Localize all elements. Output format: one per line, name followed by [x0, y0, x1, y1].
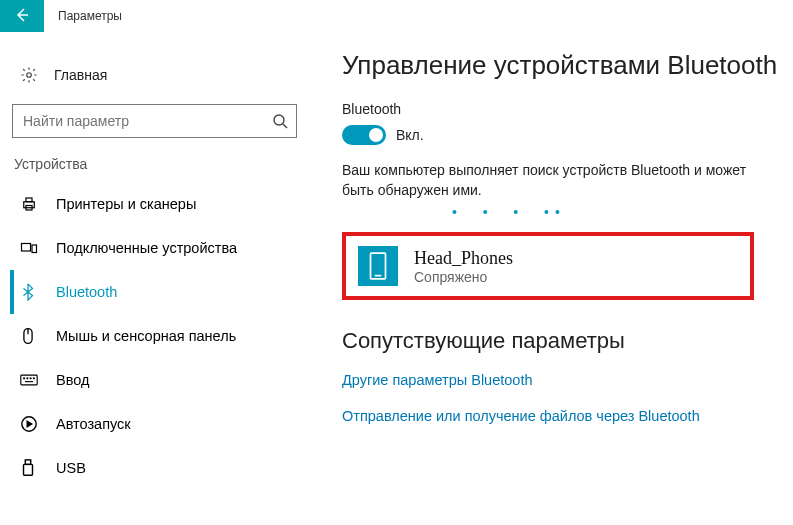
svg-rect-3: [26, 198, 32, 202]
main-content: Управление устройствами Bluetooth Blueto…: [310, 32, 793, 525]
svg-point-11: [27, 378, 28, 379]
link-send-receive-files[interactable]: Отправление или получение файлов через B…: [342, 408, 783, 424]
svg-point-0: [27, 73, 32, 78]
search-input[interactable]: [21, 112, 272, 130]
search-icon: [272, 113, 288, 129]
gear-icon: [20, 66, 42, 84]
sidebar-item-label: Bluetooth: [56, 284, 117, 300]
sidebar-item-connected-devices[interactable]: Подключенные устройства: [10, 226, 310, 270]
link-more-bluetooth-options[interactable]: Другие параметры Bluetooth: [342, 372, 783, 388]
keyboard-icon: [20, 373, 42, 387]
devices-icon: [20, 239, 42, 257]
mouse-icon: [20, 327, 42, 345]
sidebar-item-usb[interactable]: USB: [10, 446, 310, 490]
svg-rect-9: [21, 375, 37, 385]
sidebar-home-label: Главная: [54, 67, 107, 83]
bluetooth-description: Ваш компьютер выполняет поиск устройств …: [342, 161, 752, 200]
bluetooth-toggle-state: Вкл.: [396, 127, 424, 143]
svg-point-13: [33, 378, 34, 379]
bluetooth-icon: [20, 283, 42, 301]
sidebar-item-label: USB: [56, 460, 86, 476]
device-status: Сопряжено: [414, 269, 513, 285]
svg-rect-2: [24, 202, 35, 208]
sidebar-item-label: Автозапуск: [56, 416, 131, 432]
sidebar-item-label: Ввод: [56, 372, 89, 388]
device-card[interactable]: Head_Phones Сопряжено: [342, 232, 754, 300]
page-title: Управление устройствами Bluetooth: [342, 50, 783, 81]
sidebar-group-title: Устройства: [14, 156, 310, 172]
sidebar-item-bluetooth[interactable]: Bluetooth: [10, 270, 310, 314]
svg-point-10: [24, 378, 25, 379]
bluetooth-label: Bluetooth: [342, 101, 783, 117]
sidebar-home[interactable]: Главная: [10, 58, 310, 92]
svg-rect-5: [22, 244, 31, 252]
svg-point-12: [30, 378, 31, 379]
phone-icon: [358, 246, 398, 286]
window-title: Параметры: [58, 9, 122, 23]
bluetooth-toggle[interactable]: [342, 125, 386, 145]
back-button[interactable]: [0, 0, 44, 32]
sidebar-item-typing[interactable]: Ввод: [10, 358, 310, 402]
sidebar-item-printers[interactable]: Принтеры и сканеры: [10, 182, 310, 226]
titlebar: Параметры: [0, 0, 793, 32]
autoplay-icon: [20, 415, 42, 433]
sidebar-item-label: Подключенные устройства: [56, 240, 237, 256]
svg-rect-17: [24, 464, 33, 475]
usb-icon: [20, 459, 42, 477]
search-box[interactable]: [12, 104, 297, 138]
svg-rect-6: [32, 245, 37, 253]
sidebar-item-label: Принтеры и сканеры: [56, 196, 196, 212]
svg-point-1: [274, 115, 284, 125]
searching-indicator: • • • ••: [342, 204, 783, 220]
arrow-left-icon: [14, 7, 30, 26]
sidebar: Главная Устройства Принтеры и сканеры: [0, 32, 310, 525]
related-heading: Сопутствующие параметры: [342, 328, 783, 354]
printer-icon: [20, 195, 42, 213]
sidebar-item-mouse[interactable]: Мышь и сенсорная панель: [10, 314, 310, 358]
device-name: Head_Phones: [414, 248, 513, 269]
sidebar-item-label: Мышь и сенсорная панель: [56, 328, 236, 344]
sidebar-item-autoplay[interactable]: Автозапуск: [10, 402, 310, 446]
